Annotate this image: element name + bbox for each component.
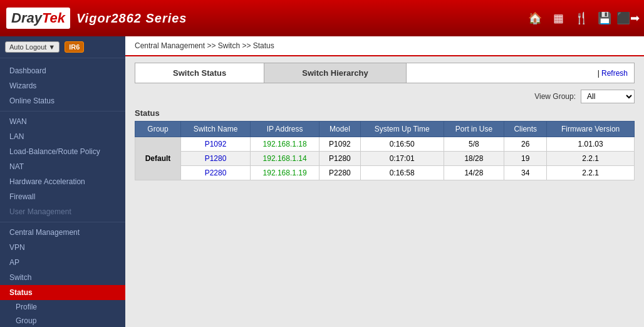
save-icon[interactable]: 💾 xyxy=(595,8,615,28)
header-icons: 🏠 ▦ 🍴 💾 ⬛➡ xyxy=(525,8,638,28)
cell-clients: 26 xyxy=(504,137,547,152)
sidebar-item-status[interactable]: Status xyxy=(0,285,125,300)
col-system-up-time: System Up Time xyxy=(360,122,444,137)
cell-switch-name: P2280 xyxy=(181,166,251,180)
ipv6-badge: IR6 xyxy=(65,41,84,53)
refresh-area: | Refresh xyxy=(591,64,634,83)
sidebar-item-wizards[interactable]: Wizards xyxy=(0,78,125,93)
col-ip-address: IP Address xyxy=(251,122,319,137)
home-icon[interactable]: 🏠 xyxy=(525,8,545,28)
cell-firmware-version: 1.01.03 xyxy=(547,137,635,152)
sidebar-item-firewall[interactable]: Firewall xyxy=(0,189,125,204)
settings-icon[interactable]: 🍴 xyxy=(571,8,591,28)
auto-logout-button[interactable]: Auto Logout ▼ xyxy=(5,41,60,53)
col-clients: Clients xyxy=(504,122,547,137)
cell-port-in-use: 18/28 xyxy=(444,152,504,166)
ip-address-link[interactable]: 192.168.1.18 xyxy=(263,140,307,148)
ip-address-link[interactable]: 192.168.1.19 xyxy=(263,169,307,177)
switch-name-link[interactable]: P1280 xyxy=(205,154,227,163)
cell-firmware-version: 2.2.1 xyxy=(547,166,635,180)
view-group-bar: View Group: All Default xyxy=(135,90,635,103)
switch-name-link[interactable]: P2280 xyxy=(205,169,227,177)
breadcrumb: Central Management >> Switch >> Status xyxy=(125,36,644,56)
col-switch-name: Switch Name xyxy=(181,122,251,137)
sidebar-item-load-balance[interactable]: Load-Balance/Route Policy xyxy=(0,144,125,159)
sidebar-nav: Dashboard Wizards Online Status WAN LAN … xyxy=(0,58,125,327)
sidebar-item-vpn[interactable]: VPN xyxy=(0,240,125,255)
col-firmware-version: Firmware Version xyxy=(547,122,635,137)
sidebar-item-group[interactable]: Group xyxy=(0,314,125,327)
cell-model: P2280 xyxy=(319,166,360,180)
tab-switch-hierarchy[interactable]: Switch Hierarchy xyxy=(264,63,407,83)
col-model: Model xyxy=(319,122,360,137)
product-name: Vigor2862 Series xyxy=(76,11,187,26)
table-row: DefaultP1092192.168.1.18P10920:16:505/82… xyxy=(135,137,635,152)
sidebar-item-dashboard[interactable]: Dashboard xyxy=(0,63,125,78)
draytek-logo: DrayTek xyxy=(6,8,70,29)
sidebar-item-user-mgmt[interactable]: User Management xyxy=(0,204,125,219)
cell-clients: 19 xyxy=(504,152,547,166)
cell-ip-address: 192.168.1.14 xyxy=(251,152,319,166)
sidebar-item-nat[interactable]: NAT xyxy=(0,159,125,174)
nav-divider-1 xyxy=(0,111,125,112)
refresh-button[interactable]: Refresh xyxy=(601,69,628,78)
view-group-label: View Group: xyxy=(534,92,576,101)
status-title: Status xyxy=(135,108,635,118)
col-group: Group xyxy=(135,122,181,137)
logo-area: DrayTek Vigor2862 Series xyxy=(6,8,187,29)
sidebar-item-switch[interactable]: Switch xyxy=(0,270,125,285)
view-group-select[interactable]: All Default xyxy=(581,90,635,103)
ip-address-link[interactable]: 192.168.1.14 xyxy=(263,154,307,163)
sidebar-item-online-status[interactable]: Online Status xyxy=(0,93,125,108)
cell-group: Default xyxy=(135,137,181,180)
table-row: P2280192.168.1.19P22800:16:5814/28342.2.… xyxy=(135,166,635,180)
sidebar-item-central-mgmt[interactable]: Central Management xyxy=(0,225,125,240)
cell-firmware-version: 2.2.1 xyxy=(547,152,635,166)
sidebar-item-hardware-accel[interactable]: Hardware Acceleration xyxy=(0,174,125,189)
table-row: P1280192.168.1.14P12800:17:0118/28192.2.… xyxy=(135,152,635,166)
sidebar-item-profile[interactable]: Profile xyxy=(0,300,125,314)
content-area: Switch Status Switch Hierarchy | Refresh… xyxy=(125,56,644,327)
cell-port-in-use: 5/8 xyxy=(444,137,504,152)
header: DrayTek Vigor2862 Series 🏠 ▦ 🍴 💾 ⬛➡ xyxy=(0,0,644,36)
col-port-in-use: Port in Use xyxy=(444,122,504,137)
switch-table: Group Switch Name IP Address Model Syste… xyxy=(135,121,635,180)
cell-switch-name: P1280 xyxy=(181,152,251,166)
cell-model: P1280 xyxy=(319,152,360,166)
sidebar-top: Auto Logout ▼ IR6 xyxy=(0,36,125,58)
sidebar-item-wan[interactable]: WAN xyxy=(0,114,125,129)
tab-switch-status[interactable]: Switch Status xyxy=(135,63,264,83)
menu-icon[interactable]: ▦ xyxy=(548,8,568,28)
cell-ip-address: 192.168.1.19 xyxy=(251,166,319,180)
main-content: Central Management >> Switch >> Status S… xyxy=(125,36,644,327)
cell-system-up-time: 0:16:50 xyxy=(360,137,444,152)
cell-switch-name: P1092 xyxy=(181,137,251,152)
cell-ip-address: 192.168.1.18 xyxy=(251,137,319,152)
sidebar: Auto Logout ▼ IR6 Dashboard Wizards Onli… xyxy=(0,36,125,327)
cell-system-up-time: 0:16:58 xyxy=(360,166,444,180)
tab-bar: Switch Status Switch Hierarchy | Refresh xyxy=(135,63,635,83)
cell-system-up-time: 0:17:01 xyxy=(360,152,444,166)
main-layout: Auto Logout ▼ IR6 Dashboard Wizards Onli… xyxy=(0,36,644,327)
switch-name-link[interactable]: P1092 xyxy=(205,140,227,148)
logout-icon[interactable]: ⬛➡ xyxy=(618,8,638,28)
cell-port-in-use: 14/28 xyxy=(444,166,504,180)
cell-clients: 34 xyxy=(504,166,547,180)
sidebar-item-lan[interactable]: LAN xyxy=(0,129,125,144)
sidebar-item-ap[interactable]: AP xyxy=(0,255,125,270)
nav-divider-2 xyxy=(0,222,125,222)
cell-model: P1092 xyxy=(319,137,360,152)
